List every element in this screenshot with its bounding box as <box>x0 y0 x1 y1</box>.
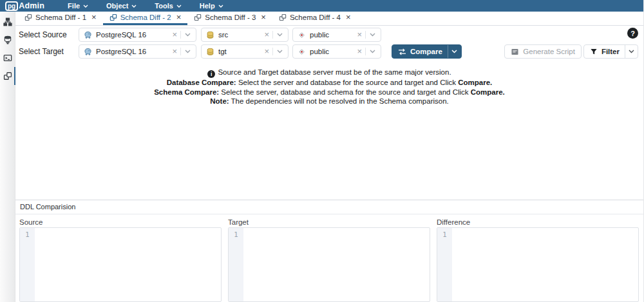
ddl-comparison-section: DDL Comparision Source 1 Target 1 Differ… <box>15 200 643 302</box>
postgresql-server-icon <box>84 31 92 39</box>
tab-schema-diff-2[interactable]: Schema Diff - 2 × <box>103 12 188 25</box>
target-server-select[interactable]: PostgreSQL 16 × <box>79 44 196 59</box>
filter-button-label: Filter <box>601 48 620 55</box>
database-icon <box>206 48 214 56</box>
ddl-comparison-panels: Source 1 Target 1 Difference 1 <box>15 214 643 302</box>
source-schema-value: public <box>310 31 354 39</box>
note-term: Note: <box>210 97 229 105</box>
target-schema-select[interactable]: public × <box>292 44 381 59</box>
schema-icon <box>298 31 306 39</box>
tab-schema-diff-3[interactable]: Schema Diff - 3 × <box>187 12 272 25</box>
query-tool-icon[interactable] <box>0 32 15 48</box>
close-icon[interactable]: × <box>346 14 351 21</box>
ddl-comparison-title: DDL Comparision <box>15 200 643 214</box>
menu-file[interactable]: File <box>59 0 97 12</box>
compare-button[interactable]: Compare <box>392 44 462 59</box>
close-icon[interactable]: × <box>91 14 97 21</box>
menu-tools-label: Tools <box>155 2 173 10</box>
generate-script-button[interactable]: Generate Script <box>504 44 582 59</box>
clear-icon[interactable]: × <box>354 48 365 55</box>
info-line-version: iSource and Target database server must … <box>15 68 643 78</box>
schema-compare-text: Select the server, database and schema f… <box>219 88 471 96</box>
schema-compare-action: Compare. <box>471 88 505 96</box>
source-server-select[interactable]: PostgreSQL 16 × <box>79 28 196 42</box>
tab-label: Schema Diff - 4 <box>290 14 341 21</box>
ddl-source-editor[interactable]: 1 <box>19 227 222 302</box>
line-number-gutter: 1 <box>437 228 452 301</box>
clear-icon[interactable]: × <box>261 48 272 55</box>
menu-object[interactable]: Object <box>97 0 146 12</box>
filter-button[interactable]: Filter <box>583 44 638 59</box>
ddl-target-label: Target <box>228 214 430 227</box>
ddl-difference-editor[interactable]: 1 <box>437 227 639 302</box>
select-source-label: Select Source <box>18 30 79 39</box>
ddl-difference-panel: Difference 1 <box>437 214 639 302</box>
logo-admin-text: Admin <box>19 1 44 10</box>
schema-diff-panel: ? Select Source PostgreSQL 16 × src × <box>15 26 643 200</box>
chevron-down-icon <box>451 50 457 53</box>
source-server-value: PostgreSQL 16 <box>96 31 169 39</box>
compare-icon <box>398 48 406 55</box>
menu-help[interactable]: Help <box>191 0 232 12</box>
ddl-source-label: Source <box>19 214 222 227</box>
clear-icon[interactable]: × <box>169 48 180 55</box>
chevron-down-icon <box>218 5 223 8</box>
info-line-version-text: Source and Target database server must b… <box>218 68 451 76</box>
ddl-difference-label: Difference <box>437 214 639 227</box>
chevron-down-icon[interactable] <box>181 33 193 37</box>
target-database-value: tgt <box>218 48 261 55</box>
compare-options-chevron[interactable] <box>448 45 461 58</box>
info-icon: i <box>207 70 215 78</box>
chevron-down-icon[interactable] <box>273 50 285 53</box>
generate-script-label: Generate Script <box>523 48 575 55</box>
target-schema-value: public <box>310 48 354 55</box>
compare-instructions: iSource and Target database server must … <box>15 68 643 106</box>
postgresql-server-icon <box>84 48 92 56</box>
info-line-note: Note: The dependencies will not be resol… <box>15 97 643 106</box>
database-compare-text: Select the server and database for the s… <box>236 79 459 86</box>
filter-options-chevron[interactable] <box>625 45 638 58</box>
menu-help-label: Help <box>200 2 215 10</box>
clear-icon[interactable]: × <box>169 32 180 38</box>
schema-diff-icon[interactable] <box>0 68 15 84</box>
menu-tools[interactable]: Tools <box>146 0 191 12</box>
schema-diff-tab-icon <box>279 14 287 21</box>
clear-icon[interactable]: × <box>261 32 272 38</box>
line-number-gutter: 1 <box>229 228 243 301</box>
ddl-target-panel: Target 1 <box>228 214 430 302</box>
ddl-target-editor[interactable]: 1 <box>228 227 430 302</box>
schema-icon <box>298 48 306 56</box>
chevron-down-icon <box>83 5 88 8</box>
ddl-difference-code-area[interactable] <box>452 228 638 301</box>
target-database-select[interactable]: tgt × <box>201 44 289 59</box>
filter-funnel-icon <box>590 48 598 55</box>
chevron-down-icon[interactable] <box>366 33 378 37</box>
pgadmin-logo: pg Admin <box>5 1 44 11</box>
source-database-value: src <box>218 31 261 39</box>
chevron-down-icon <box>629 50 634 53</box>
select-target-label: Select Target <box>18 47 79 56</box>
logo-pg-badge: pg <box>5 1 18 11</box>
chevron-down-icon <box>131 5 137 8</box>
ddl-target-code-area[interactable] <box>243 228 430 301</box>
source-schema-select[interactable]: public × <box>292 28 381 42</box>
psql-tool-icon[interactable] <box>0 50 15 66</box>
clear-icon[interactable]: × <box>354 32 365 38</box>
close-icon[interactable]: × <box>176 14 182 21</box>
tab-schema-diff-1[interactable]: Schema Diff - 1 × <box>18 12 103 25</box>
chevron-down-icon[interactable] <box>273 33 285 37</box>
line-number-gutter: 1 <box>20 228 35 301</box>
chevron-down-icon[interactable] <box>366 50 378 53</box>
close-icon[interactable]: × <box>261 14 266 21</box>
chevron-down-icon[interactable] <box>181 50 193 53</box>
tab-label: Schema Diff - 2 <box>120 14 171 21</box>
source-database-select[interactable]: src × <box>201 28 289 42</box>
object-explorer-icon[interactable] <box>0 14 15 30</box>
database-icon <box>206 31 214 39</box>
schema-diff-tab-icon <box>109 14 117 21</box>
tab-schema-diff-4[interactable]: Schema Diff - 4 × <box>272 12 357 25</box>
ddl-source-code-area[interactable] <box>35 228 221 301</box>
row-right-buttons: Generate Script Filter <box>504 44 638 59</box>
database-compare-action: Compare. <box>458 79 492 86</box>
menu-object-label: Object <box>106 2 128 10</box>
